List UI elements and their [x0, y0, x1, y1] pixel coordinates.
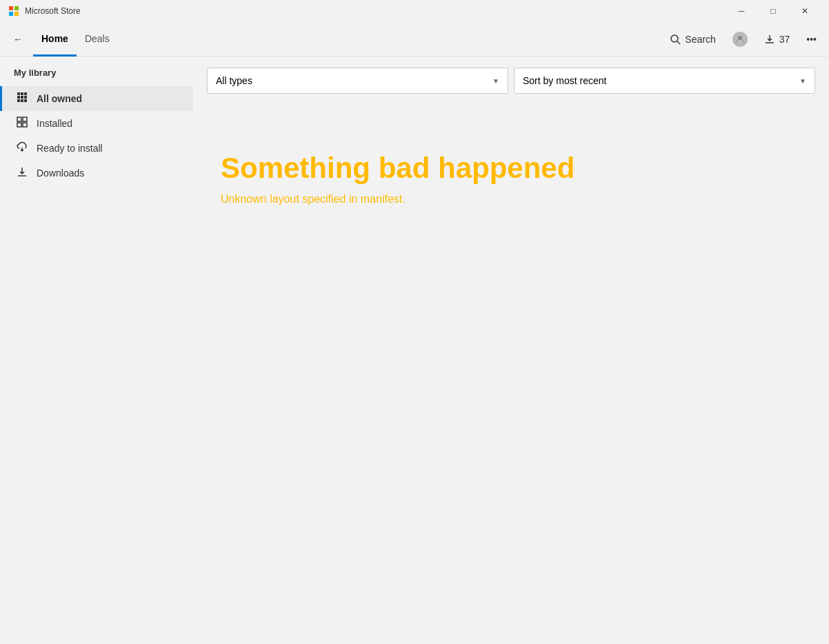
svg-line-5 — [677, 41, 680, 44]
svg-rect-19 — [23, 123, 27, 127]
filter-bar: All types ▼ Sort by most recent ▼ — [207, 68, 815, 94]
sidebar-item-all-owned[interactable]: All owned — [0, 86, 193, 111]
avatar — [732, 32, 748, 47]
more-button[interactable]: ••• — [799, 30, 823, 49]
titlebar-left: Microsoft Store — [8, 6, 81, 17]
search-button[interactable]: Search — [663, 30, 722, 49]
svg-rect-0 — [9, 6, 13, 10]
close-button[interactable]: ✕ — [789, 0, 821, 22]
svg-rect-14 — [21, 99, 23, 102]
svg-rect-11 — [21, 96, 23, 99]
back-icon: ← — [13, 34, 23, 45]
svg-rect-16 — [17, 117, 21, 121]
downloads-button[interactable]: 37 — [757, 30, 797, 49]
svg-point-4 — [671, 35, 678, 42]
nav-tabs: Home Deals — [33, 22, 118, 56]
nav-right: Search 37 ••• — [663, 28, 823, 51]
user-icon — [735, 34, 745, 44]
cloud-download-icon — [16, 141, 28, 155]
titlebar-controls: ─ □ ✕ — [726, 0, 821, 22]
maximize-button[interactable]: □ — [757, 0, 789, 22]
svg-rect-15 — [24, 99, 27, 102]
sidebar-title: My library — [0, 68, 193, 86]
sort-filter-chevron: ▼ — [799, 77, 806, 85]
main-content: All types ▼ Sort by most recent ▼ Someth… — [193, 57, 829, 644]
back-button[interactable]: ← — [6, 27, 30, 52]
all-owned-icon — [17, 92, 28, 103]
app-body: My library All owned — [0, 57, 829, 644]
more-icon: ••• — [806, 34, 817, 45]
svg-rect-2 — [9, 12, 13, 16]
svg-rect-3 — [14, 12, 19, 16]
svg-rect-12 — [24, 96, 27, 99]
installed-svg — [17, 117, 28, 128]
error-title: Something bad happened — [221, 152, 801, 185]
type-filter-chevron: ▼ — [492, 77, 499, 85]
sidebar-item-ready-to-install[interactable]: Ready to install — [0, 136, 193, 161]
titlebar: Microsoft Store ─ □ ✕ — [0, 0, 829, 22]
search-icon — [670, 34, 681, 45]
navbar: ← Home Deals Search — [0, 22, 829, 57]
sidebar-item-installed[interactable]: Installed — [0, 111, 193, 136]
type-filter[interactable]: All types ▼ — [207, 68, 508, 94]
sidebar-item-downloads[interactable]: Downloads — [0, 161, 193, 185]
svg-rect-10 — [17, 96, 20, 99]
sort-filter[interactable]: Sort by most recent ▼ — [514, 68, 815, 94]
store-icon — [8, 6, 19, 17]
app-title: Microsoft Store — [25, 6, 81, 16]
svg-rect-1 — [14, 6, 19, 10]
svg-rect-13 — [17, 99, 20, 102]
svg-rect-17 — [23, 117, 27, 121]
cloud-download-svg — [17, 141, 28, 152]
account-button[interactable] — [726, 28, 755, 51]
grid-icon — [16, 92, 28, 105]
svg-rect-7 — [17, 92, 20, 95]
tab-deals[interactable]: Deals — [77, 23, 118, 57]
error-content: Something bad happened Unknown layout sp… — [207, 110, 815, 219]
tab-home[interactable]: Home — [33, 23, 77, 57]
error-subtitle: Unknown layout specified in manifest. — [221, 193, 801, 205]
minimize-button[interactable]: ─ — [726, 0, 757, 22]
download-arrow-icon — [16, 166, 28, 180]
installed-icon — [16, 117, 28, 130]
svg-rect-18 — [17, 123, 21, 127]
download-icon — [764, 34, 775, 45]
svg-rect-8 — [21, 92, 23, 95]
downloads-svg — [17, 166, 28, 177]
svg-rect-9 — [24, 92, 27, 95]
sidebar: My library All owned — [0, 57, 193, 644]
